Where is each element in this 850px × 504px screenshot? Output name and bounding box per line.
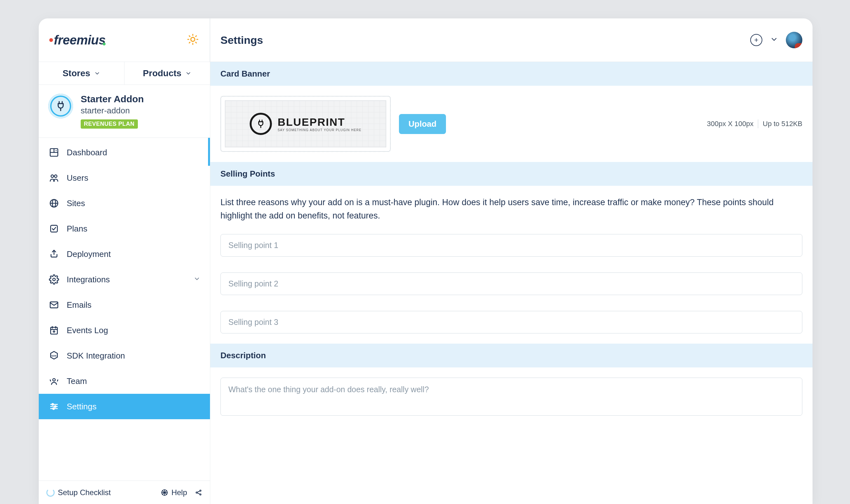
product-card: Starter Addon starter-addon REVENUES PLA… <box>39 85 210 138</box>
theme-sun-icon[interactable] <box>187 33 199 47</box>
section-description <box>210 367 813 427</box>
chevron-down-icon <box>194 275 200 285</box>
svg-point-0 <box>191 37 195 41</box>
users-icon <box>48 172 60 183</box>
svg-point-14 <box>56 150 56 151</box>
selling-point-2-input[interactable] <box>220 272 802 295</box>
sidebar-item-label: Events Log <box>67 325 108 335</box>
section-header-selling-points: Selling Points <box>210 162 813 186</box>
topbar-chevron-down-icon[interactable] <box>770 35 778 45</box>
sidebar-item-label: Sites <box>67 198 85 208</box>
chevron-down-icon <box>185 69 192 79</box>
section-selling-points: List three reasons why your add on is a … <box>210 186 813 344</box>
sidebar-nav: Dashboard Users Sites Plans <box>39 138 210 481</box>
calendar-icon <box>48 325 60 336</box>
sidebar-item-plans[interactable]: Plans <box>39 216 210 241</box>
share-icon <box>195 489 202 497</box>
logo-dot-green: • <box>102 38 106 50</box>
help-label: Help <box>171 488 187 497</box>
product-plan-badge: REVENUES PLAN <box>81 120 138 129</box>
banner-preview[interactable]: BLUEPRINT SAY SOMETHING ABOUT YOUR PLUGI… <box>220 96 391 152</box>
svg-line-8 <box>196 36 196 37</box>
products-selector[interactable]: Products <box>124 62 210 85</box>
help-link[interactable]: Help <box>161 488 187 497</box>
sidebar-item-settings[interactable]: Settings <box>39 394 210 419</box>
app-window: •freemius• Settings <box>39 18 813 504</box>
logo-text: freemius <box>54 33 106 47</box>
gear-icon <box>48 274 60 285</box>
logo[interactable]: •freemius• <box>49 33 110 47</box>
dashboard-icon <box>48 147 60 158</box>
sidebar-item-label: Team <box>67 376 87 386</box>
sidebar-item-label: SDK Integration <box>67 351 125 361</box>
sidebar-footer: Setup Checklist Help <box>39 481 210 504</box>
context-selectors: Stores Products <box>39 62 210 85</box>
sidebar-item-label: Emails <box>67 300 91 310</box>
selling-point-3-input[interactable] <box>220 311 802 334</box>
svg-text:SDK: SDK <box>52 355 57 357</box>
section-header-description: Description <box>210 344 813 367</box>
add-button[interactable] <box>750 34 762 46</box>
selling-point-1-input[interactable] <box>220 234 802 257</box>
topbar: •freemius• Settings <box>39 18 813 62</box>
svg-line-7 <box>189 42 190 43</box>
products-selector-label: Products <box>143 68 181 78</box>
product-meta: Starter Addon starter-addon REVENUES PLA… <box>81 94 144 129</box>
sidebar-item-dashboard[interactable]: Dashboard <box>39 140 210 165</box>
upload-button[interactable]: Upload <box>399 114 446 134</box>
section-card-banner: BLUEPRINT SAY SOMETHING ABOUT YOUR PLUGI… <box>210 86 813 162</box>
svg-line-4 <box>196 42 196 43</box>
svg-line-44 <box>197 493 200 494</box>
page-title: Settings <box>220 34 263 47</box>
sidebar-item-sdk[interactable]: SDK SDK Integration <box>39 343 210 368</box>
svg-point-21 <box>53 278 55 281</box>
svg-point-15 <box>51 175 54 178</box>
chevron-down-icon <box>94 69 101 79</box>
sidebar-item-events-log[interactable]: Events Log <box>39 318 210 343</box>
sidebar-item-emails[interactable]: Emails <box>39 292 210 318</box>
team-icon <box>48 375 60 387</box>
sliders-icon <box>48 401 60 412</box>
svg-rect-20 <box>51 225 57 232</box>
progress-ring-icon <box>47 488 55 497</box>
topbar-actions <box>750 32 802 48</box>
main-content[interactable]: Card Banner BLUEPRINT SAY SOMETHING ABOU… <box>210 62 813 504</box>
svg-line-3 <box>189 36 190 37</box>
topbar-right: Settings <box>210 18 813 61</box>
banner-row: BLUEPRINT SAY SOMETHING ABOUT YOUR PLUGI… <box>220 96 802 152</box>
sidebar-item-label: Deployment <box>67 249 111 259</box>
blueprint-text: BLUEPRINT SAY SOMETHING ABOUT YOUR PLUGI… <box>277 116 361 132</box>
sidebar-item-team[interactable]: Team <box>39 368 210 394</box>
blueprint-subtitle: SAY SOMETHING ABOUT YOUR PLUGIN HERE <box>277 128 361 132</box>
deployment-icon <box>48 248 60 260</box>
stores-selector-label: Stores <box>62 68 90 78</box>
svg-point-16 <box>54 175 57 178</box>
avatar[interactable] <box>786 32 802 48</box>
stores-selector[interactable]: Stores <box>39 62 124 85</box>
banner-size-hint: Up to 512KB <box>763 120 802 128</box>
blueprint-title: BLUEPRINT <box>277 116 361 128</box>
sidebar-item-label: Users <box>67 173 88 183</box>
svg-point-28 <box>53 379 55 381</box>
banner-dim-hint: 300px X 100px <box>707 120 754 128</box>
setup-checklist-link[interactable]: Setup Checklist <box>47 488 111 497</box>
sidebar-item-users[interactable]: Users <box>39 165 210 191</box>
sidebar-item-label: Dashboard <box>67 148 107 158</box>
sdk-icon: SDK <box>48 350 60 361</box>
svg-line-43 <box>197 491 200 492</box>
mail-icon <box>48 299 60 311</box>
banner-inner: BLUEPRINT SAY SOMETHING ABOUT YOUR PLUGI… <box>225 100 386 147</box>
sidebar-item-label: Settings <box>67 402 96 412</box>
description-input[interactable] <box>220 378 802 416</box>
sidebar-item-integrations[interactable]: Integrations <box>39 267 210 292</box>
logo-dot-red: • <box>49 33 53 47</box>
selling-points-help: List three reasons why your add on is a … <box>220 196 786 223</box>
sidebar-item-label: Plans <box>67 224 87 234</box>
blueprint-plug-icon <box>250 113 272 135</box>
sidebar-item-sites[interactable]: Sites <box>39 191 210 216</box>
product-title: Starter Addon <box>81 94 144 105</box>
globe-icon <box>48 198 60 209</box>
share-link[interactable] <box>195 489 202 497</box>
section-header-card-banner: Card Banner <box>210 62 813 86</box>
sidebar-item-deployment[interactable]: Deployment <box>39 241 210 267</box>
